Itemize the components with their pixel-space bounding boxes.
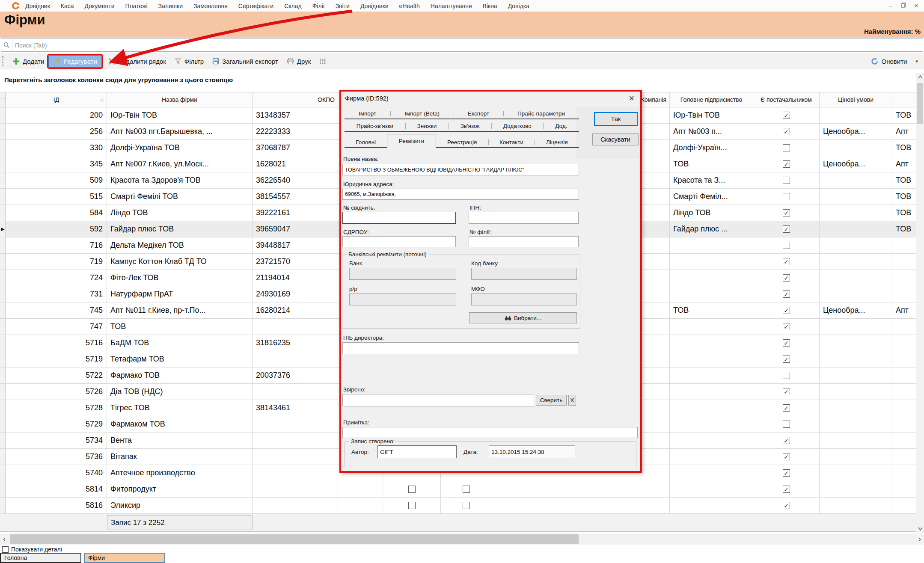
tab-holovna[interactable]: Головна <box>0 553 81 563</box>
dialog-tab-імпорт[interactable]: Імпорт <box>345 109 390 119</box>
checkbox-checked[interactable]: ✓ <box>783 453 790 460</box>
checkbox-unchecked[interactable] <box>783 372 790 379</box>
dialog-tab-експорт[interactable]: Експорт <box>454 109 503 119</box>
full-name-input[interactable] <box>342 164 579 175</box>
dialog-tab-прайс-зв-язки[interactable]: Прайс-зв'язки <box>345 121 405 131</box>
scroll-right-arrow[interactable]: › <box>915 533 924 545</box>
menu-item[interactable]: Замовлення <box>193 3 228 9</box>
dialog-tab-реестрація[interactable]: Реестрація <box>436 137 488 147</box>
menu-item[interactable]: Філії <box>312 3 325 9</box>
checkbox-checked[interactable]: ✓ <box>783 404 790 412</box>
show-details-checkbox[interactable] <box>2 546 9 553</box>
checkbox-unchecked[interactable] <box>463 486 470 493</box>
author-input[interactable] <box>377 445 457 458</box>
dialog-tab-зв-язок[interactable]: Зв'язок <box>449 121 491 131</box>
menu-item[interactable]: Сертифікати <box>238 3 273 9</box>
export-button[interactable]: Загальний експорт <box>208 56 282 67</box>
menu-item[interactable]: Довідка <box>508 3 529 9</box>
scroll-up-arrow[interactable] <box>916 73 924 81</box>
ok-button[interactable]: Так <box>594 112 638 126</box>
ipn-input[interactable] <box>469 212 579 224</box>
menu-item[interactable]: Звіти <box>336 3 350 9</box>
checkbox-checked[interactable]: ✓ <box>783 323 790 330</box>
grid-header-cell-terms[interactable]: Цінові умови <box>820 92 892 107</box>
dialog-close-icon[interactable]: × <box>629 94 634 103</box>
checkbox-checked[interactable]: ✓ <box>783 437 790 444</box>
checkbox-checked[interactable]: ✓ <box>783 502 790 509</box>
edrpou-input[interactable] <box>342 236 456 247</box>
checkbox-unchecked[interactable] <box>783 421 790 428</box>
verified-input[interactable] <box>342 394 534 406</box>
minimize-button[interactable]: – <box>887 3 894 9</box>
date-input[interactable] <box>489 445 575 458</box>
columns-button[interactable] <box>315 56 330 67</box>
menu-item[interactable]: Склад <box>284 3 302 9</box>
vertical-scroll-thumb[interactable] <box>917 83 923 124</box>
menu-item[interactable]: Налаштування <box>431 3 472 9</box>
checkbox-unchecked[interactable] <box>408 502 416 509</box>
grid-header-cell-name[interactable]: Назва фірми <box>107 92 253 107</box>
director-input[interactable] <box>342 342 579 354</box>
menu-item[interactable]: Довідник <box>25 3 50 9</box>
checkbox-unchecked[interactable] <box>783 177 790 184</box>
add-button[interactable]: Додати <box>8 56 48 67</box>
menu-item[interactable]: Залишки <box>158 3 183 9</box>
checkbox-checked[interactable]: ✓ <box>783 356 790 363</box>
select-bank-button[interactable]: Вибрати... <box>469 312 577 323</box>
toolbar-grip[interactable] <box>2 56 4 66</box>
edit-button[interactable]: Редагувати <box>48 55 102 68</box>
checkbox-unchecked[interactable] <box>463 502 470 509</box>
certificate-input[interactable] <box>342 212 456 224</box>
dialog-tab-ліцензія[interactable]: Ліцензія <box>535 137 579 147</box>
checkbox-checked[interactable]: ✓ <box>783 290 790 298</box>
checkbox-checked[interactable]: ✓ <box>783 225 790 233</box>
verify-clear-button[interactable]: X <box>568 395 576 406</box>
checkbox-checked[interactable]: ✓ <box>783 307 790 314</box>
print-button[interactable]: Друк <box>282 56 315 67</box>
grid-header-cell-supplier[interactable]: Є постачальником <box>753 92 820 107</box>
dialog-tab-імпорт-beta-[interactable]: Імпорт (Beta) <box>390 109 454 119</box>
dialog-tab-дод-[interactable]: Дод. <box>543 121 579 131</box>
checkbox-unchecked[interactable] <box>408 486 416 493</box>
horizontal-scroll-thumb[interactable] <box>10 534 579 544</box>
checkbox-checked[interactable]: ✓ <box>783 209 790 216</box>
checkbox-checked[interactable]: ✓ <box>783 274 790 282</box>
note-input[interactable] <box>342 427 638 438</box>
dialog-tab-додатково[interactable]: Додатково <box>491 121 543 131</box>
checkbox-unchecked[interactable] <box>783 242 790 249</box>
checkbox-checked[interactable]: ✓ <box>783 486 790 493</box>
checkbox-checked[interactable]: ✓ <box>783 128 790 135</box>
dialog-tab-контакти[interactable]: Контакти <box>488 137 535 147</box>
close-window-button[interactable]: × <box>913 2 920 10</box>
menu-item[interactable]: Вікна <box>483 3 497 9</box>
scroll-left-arrow[interactable]: ‹ <box>0 533 9 545</box>
mfo-input[interactable] <box>471 293 577 305</box>
address-input[interactable] <box>342 189 579 200</box>
checkbox-checked[interactable]: ✓ <box>783 160 790 168</box>
cancel-button[interactable]: Скасувати <box>592 133 639 145</box>
menu-item[interactable]: Документи <box>85 3 115 9</box>
table-row[interactable]: 5816Эликсир✓ <box>0 498 924 514</box>
checkbox-checked[interactable]: ✓ <box>783 258 790 265</box>
grid-header-cell-main[interactable]: Головне підприємство <box>670 92 753 107</box>
filter-button[interactable]: Фільтр <box>170 56 208 67</box>
menu-item[interactable]: eHealth <box>399 3 420 9</box>
menu-item[interactable]: Каса <box>61 3 74 9</box>
search-input[interactable] <box>12 39 923 51</box>
table-row[interactable]: 5814Фитопродукт✓ <box>0 481 924 498</box>
refresh-button[interactable]: Оновити <box>866 55 912 68</box>
dialog-tab-знижки[interactable]: Знижки <box>405 121 449 131</box>
tab-firmy[interactable]: Фірми <box>84 553 165 563</box>
scroll-down-arrow[interactable] <box>916 524 924 533</box>
menu-item[interactable]: Довідники <box>360 3 389 9</box>
menu-item[interactable]: Платежі <box>125 3 148 9</box>
checkbox-checked[interactable]: ✓ <box>783 388 790 395</box>
checkbox-checked[interactable]: ✓ <box>783 469 790 477</box>
account-input[interactable] <box>349 293 456 305</box>
checkbox-checked[interactable]: ✓ <box>783 339 790 347</box>
grid-header-cell-okpo[interactable]: ОКПО <box>253 92 338 107</box>
grid-header-cell-ind[interactable]: ⋮⋮ <box>0 92 6 107</box>
restore-button[interactable] <box>900 3 907 9</box>
bank-code-input[interactable] <box>471 268 577 280</box>
grid-header-cell-id[interactable]: ІД△ <box>6 92 107 107</box>
